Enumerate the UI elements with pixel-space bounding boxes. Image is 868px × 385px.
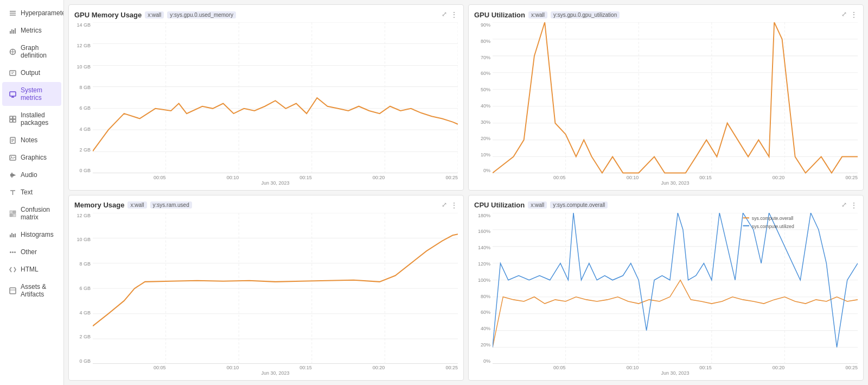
chart-tag-x: x:wall — [127, 201, 146, 209]
chart-date: Jun 30, 2023 — [93, 180, 458, 186]
sidebar-item-output[interactable]: Output — [2, 65, 61, 81]
x-axis-labels: 00:05 00:10 00:15 00:20 00:25 Jun 30, 20… — [93, 364, 458, 375]
gpu-memory-svg — [93, 22, 458, 174]
y-axis-labels: 12 GB10 GB8 GB6 GB4 GB2 GB0 GB — [74, 213, 93, 364]
chart-title: CPU Utilization — [474, 201, 525, 209]
svg-rect-17 — [13, 116, 16, 119]
sidebar-item-confusion-matrix[interactable]: Confusion matrix — [2, 201, 61, 225]
svg-rect-40 — [13, 234, 14, 237]
sidebar-label: Notes — [21, 136, 37, 144]
chart-area: 14 GB12 GB10 GB8 GB6 GB4 GB2 GB0 GB — [74, 22, 458, 185]
audio-icon — [9, 171, 16, 179]
cpu-svg: sys.compute.overall sys.compute.utilized — [493, 213, 858, 364]
chart-tag-y: y:sys.compute.overall — [550, 201, 608, 209]
svg-rect-6 — [15, 28, 16, 34]
chart-actions: ⤢ ⋮ — [442, 10, 458, 19]
memory-svg — [93, 213, 458, 364]
sidebar-item-assets-artifacts[interactable]: Assets & Artifacts — [2, 279, 61, 302]
system-icon — [9, 90, 16, 98]
text-icon — [9, 188, 16, 196]
sidebar-label: Installed packages — [21, 111, 55, 127]
sidebar-item-text[interactable]: Text — [2, 184, 61, 200]
svg-rect-16 — [10, 116, 12, 119]
sidebar-item-html[interactable]: HTML — [2, 261, 61, 277]
sidebar-item-metrics[interactable]: Metrics — [2, 22, 61, 39]
sidebar-item-other[interactable]: Other — [2, 244, 61, 260]
sidebar-label: Metrics — [21, 27, 42, 34]
svg-point-42 — [10, 251, 11, 253]
sidebar-label: Assets & Artifacts — [21, 283, 55, 298]
chart-tag-x: x:wall — [528, 201, 547, 209]
sidebar-item-graphics[interactable]: Graphics — [2, 149, 61, 166]
more-icon[interactable]: ⋮ — [850, 201, 858, 210]
svg-rect-3 — [10, 31, 11, 34]
svg-rect-35 — [13, 211, 16, 213]
y-axis-labels: 90%80%70%60%50%40%30%20%10%0% — [474, 22, 493, 174]
chart-tag-y: y:sys.ram.used — [150, 201, 192, 209]
chart-actions: ⤢ ⋮ — [841, 201, 858, 210]
sidebar-label: Audio — [21, 171, 37, 179]
expand-icon[interactable]: ⤢ — [841, 10, 847, 19]
sidebar-item-graph-definition[interactable]: Graph definition — [2, 40, 61, 64]
sidebar-item-notes[interactable]: Notes — [2, 132, 61, 148]
chart-tag-x: x:wall — [145, 11, 164, 18]
svg-rect-41 — [15, 233, 16, 237]
sidebar-item-audio[interactable]: Audio — [2, 167, 61, 183]
sidebar-label: Other — [21, 248, 37, 256]
svg-text:sys.compute.overall: sys.compute.overall — [752, 216, 793, 221]
svg-rect-18 — [10, 119, 12, 122]
svg-rect-0 — [10, 11, 16, 12]
chart-tag-x: x:wall — [528, 11, 547, 18]
svg-rect-5 — [13, 30, 14, 34]
sidebar: Hyperparameters Metrics Graph definition… — [0, 0, 64, 385]
main-content: GPU Memory Usage x:wall y:sys.gpu.0.used… — [64, 0, 868, 385]
sidebar-item-installed-packages[interactable]: Installed packages — [2, 107, 61, 131]
gpu-memory-chart: GPU Memory Usage x:wall y:sys.gpu.0.used… — [68, 4, 464, 191]
more-icon[interactable]: ⋮ — [450, 201, 458, 210]
chart-title: GPU Utilization — [474, 11, 525, 19]
graph-icon — [9, 48, 16, 55]
bars-icon — [9, 9, 16, 17]
expand-icon[interactable]: ⤢ — [841, 201, 847, 210]
x-axis-labels: 00:05 00:10 00:15 00:20 00:25 Jun 30, 20… — [493, 174, 858, 185]
sidebar-label: Confusion matrix — [21, 206, 55, 221]
chart-header: Memory Usage x:wall y:sys.ram.used ⤢ ⋮ — [74, 201, 458, 210]
svg-rect-2 — [10, 15, 16, 16]
svg-point-43 — [12, 251, 14, 253]
sidebar-item-histograms[interactable]: Histograms — [2, 226, 61, 243]
svg-rect-1 — [10, 12, 16, 14]
other-icon — [9, 248, 16, 256]
chart-title: Memory Usage — [74, 201, 124, 209]
sidebar-label: System metrics — [21, 86, 55, 102]
svg-rect-10 — [10, 71, 16, 75]
x-axis-labels: 00:05 00:10 00:15 00:20 00:25 Jun 30, 20… — [493, 364, 858, 375]
svg-rect-4 — [11, 29, 12, 34]
sidebar-label: Text — [21, 188, 33, 196]
graphics-icon — [9, 154, 16, 161]
chart-tag-y: y:sys.gpu.0.used_memory — [167, 11, 236, 18]
svg-rect-34 — [10, 211, 12, 213]
expand-icon[interactable]: ⤢ — [442, 201, 447, 210]
svg-point-44 — [14, 251, 16, 253]
gpu-util-svg — [493, 22, 858, 174]
chart-body — [93, 22, 458, 174]
x-axis-labels: 00:05 00:10 00:15 00:20 00:25 Jun 30, 20… — [93, 174, 458, 185]
svg-text:sys.compute.utilized: sys.compute.utilized — [752, 223, 794, 229]
chart-actions: ⤢ ⋮ — [841, 10, 858, 19]
cpu-utilization-chart: CPU Utilization x:wall y:sys.compute.ove… — [468, 195, 864, 381]
more-icon[interactable]: ⋮ — [450, 10, 458, 19]
memory-usage-chart: Memory Usage x:wall y:sys.ram.used ⤢ ⋮ 1… — [68, 195, 464, 381]
assets-icon — [9, 287, 16, 294]
sidebar-label: Histograms — [21, 231, 54, 238]
chart-body — [493, 22, 858, 174]
expand-icon[interactable]: ⤢ — [442, 10, 447, 19]
svg-rect-13 — [10, 92, 16, 96]
sidebar-label: Graphics — [21, 154, 47, 161]
chart-area: 90%80%70%60%50%40%30%20%10%0% — [474, 22, 858, 185]
sidebar-item-hyperparameters[interactable]: Hyperparameters — [2, 5, 61, 21]
y-axis-labels: 14 GB12 GB10 GB8 GB6 GB4 GB2 GB0 GB — [74, 22, 93, 174]
svg-rect-99 — [743, 217, 749, 218]
sidebar-item-system-metrics[interactable]: System metrics — [2, 82, 61, 106]
svg-rect-45 — [10, 288, 16, 294]
more-icon[interactable]: ⋮ — [850, 10, 858, 19]
